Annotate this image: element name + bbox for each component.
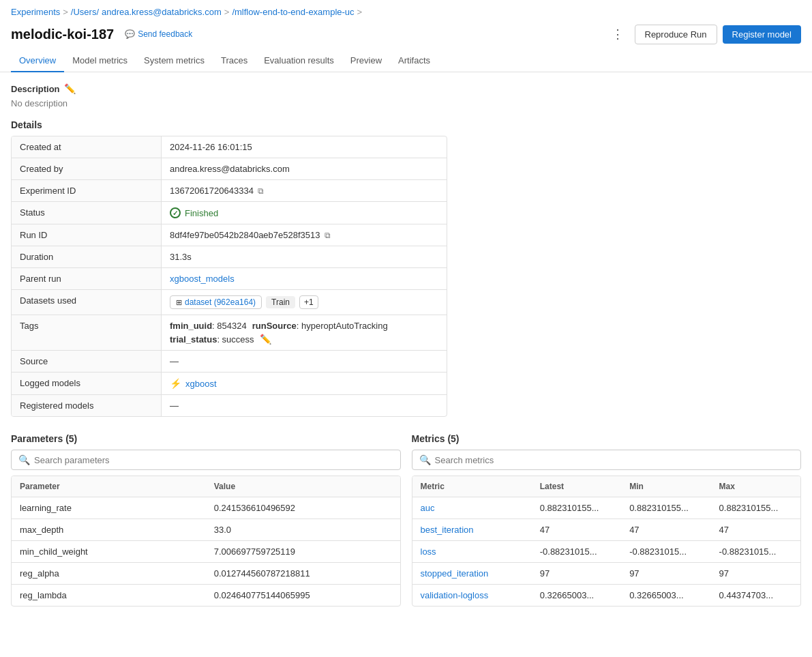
metric-latest-2: -0.88231015...	[532, 541, 621, 562]
metrics-section: Metrics (5) 🔍 Metric Latest Min Max auc …	[412, 433, 802, 607]
tab-traces[interactable]: Traces	[213, 50, 256, 72]
breadcrumb-users[interactable]: /Users/	[71, 7, 99, 17]
tabs-bar: Overview Model metrics System metrics Tr…	[0, 50, 812, 72]
metric-name-0[interactable]: auc	[412, 497, 532, 519]
table-row: auc 0.882310155... 0.882310155... 0.8823…	[412, 497, 801, 519]
metric-name-1[interactable]: best_iteration	[412, 519, 532, 540]
metric-max-1: 47	[711, 519, 800, 540]
tags-row-2: trial_status: success ✏️	[170, 334, 438, 345]
parameters-section: Parameters (5) 🔍 Parameter Value learnin…	[11, 433, 401, 607]
tag-run-source: runSource: hyperoptAutoTracking	[252, 321, 388, 331]
metrics-search-box[interactable]: 🔍	[412, 450, 802, 470]
details-val-status: ✓ Finished	[162, 202, 447, 224]
dataset-extra-badge[interactable]: +1	[299, 295, 318, 309]
tags-row-1: fmin_uuid: 854324 runSource: hyperoptAut…	[170, 321, 438, 331]
tab-evaluation-results[interactable]: Evaluation results	[256, 50, 342, 72]
details-key-tags: Tags	[12, 315, 162, 350]
more-options-button[interactable]: ⋮	[606, 24, 629, 44]
tags-container: fmin_uuid: 854324 runSource: hyperoptAut…	[170, 321, 438, 345]
tab-overview[interactable]: Overview	[11, 50, 64, 72]
logged-model-link[interactable]: ⚡ xgboost	[170, 378, 217, 389]
metric-name-4[interactable]: validation-logloss	[412, 585, 532, 606]
param-value-1: 33.0	[206, 519, 400, 540]
breadcrumb-user-path: andrea.kress@databricks.com	[102, 7, 222, 17]
parameters-table: Parameter Value learning_rate 0.24153661…	[11, 476, 401, 607]
copy-run-id-icon[interactable]: ⧉	[325, 231, 331, 240]
table-row: learning_rate 0.241536610496592	[12, 497, 400, 519]
details-key-experiment-id: Experiment ID	[12, 180, 162, 201]
breadcrumb-sep2: >	[224, 7, 230, 17]
parameters-title: Parameters (5)	[11, 433, 401, 444]
metric-max-3: 97	[711, 563, 800, 584]
metric-latest-3: 97	[532, 563, 621, 584]
param-value-4: 0.024640775144065995	[206, 585, 400, 606]
breadcrumb: Experiments > /Users/ andrea.kress@datab…	[0, 0, 812, 21]
table-row: best_iteration 47 47 47	[412, 519, 801, 541]
table-row: min_child_weight 7.006697759725119	[12, 541, 400, 563]
feedback-label: Send feedback	[138, 29, 192, 39]
metric-min-4: 0.32665003...	[621, 585, 710, 606]
dataset-db-icon: ⊞	[176, 298, 182, 307]
parent-run-link[interactable]: xgboost_models	[170, 274, 235, 284]
status-dot-icon: ✓	[170, 207, 181, 218]
reproduce-run-button[interactable]: Reproduce Run	[635, 25, 717, 44]
checkmark-icon: ✓	[172, 209, 178, 217]
page-title: melodic-koi-187	[11, 27, 114, 42]
metrics-col-min: Min	[621, 476, 710, 497]
metrics-search-input[interactable]	[435, 455, 794, 465]
breadcrumb-sep3: >	[357, 7, 363, 17]
details-row-logged-models: Logged models ⚡ xgboost	[12, 373, 447, 395]
metric-latest-4: 0.32665003...	[532, 585, 621, 606]
header-right: ⋮ Reproduce Run Register model	[606, 24, 802, 44]
status-label: Finished	[185, 208, 218, 218]
details-key-source: Source	[12, 351, 162, 372]
params-search-icon: 🔍	[18, 454, 30, 465]
details-row-duration: Duration 31.3s	[12, 246, 447, 268]
metric-min-3: 97	[621, 563, 710, 584]
metric-min-2: -0.88231015...	[621, 541, 710, 562]
metric-name-3[interactable]: stopped_iteration	[412, 563, 532, 584]
tab-artifacts[interactable]: Artifacts	[390, 50, 438, 72]
table-row: validation-logloss 0.32665003... 0.32665…	[412, 585, 801, 606]
details-row-experiment-id: Experiment ID 13672061720643334 ⧉	[12, 180, 447, 202]
breadcrumb-experiments[interactable]: Experiments	[11, 7, 60, 17]
tag-fmin-uuid: fmin_uuid: 854324	[170, 321, 247, 331]
tab-preview[interactable]: Preview	[342, 50, 390, 72]
details-val-source: —	[162, 351, 447, 372]
param-name-4: reg_lambda	[12, 585, 206, 606]
metrics-table: Metric Latest Min Max auc 0.882310155...…	[412, 476, 802, 607]
details-key-status: Status	[12, 202, 162, 224]
description-label: Description	[11, 84, 60, 94]
details-val-tags: fmin_uuid: 854324 runSource: hyperoptAut…	[162, 315, 447, 350]
register-model-button[interactable]: Register model	[723, 25, 801, 44]
parameters-search-input[interactable]	[34, 455, 393, 465]
parameters-search-box[interactable]: 🔍	[11, 450, 401, 470]
details-key-registered-models: Registered models	[12, 395, 162, 416]
details-row-run-id: Run ID 8df4fe97be0542b2840aeb7e528f3513 …	[12, 224, 447, 246]
params-col-parameter: Parameter	[12, 476, 206, 497]
description-value: No description	[11, 98, 801, 108]
tab-system-metrics[interactable]: System metrics	[136, 50, 213, 72]
tab-model-metrics[interactable]: Model metrics	[64, 50, 136, 72]
dataset-link[interactable]: dataset (962ea164)	[185, 297, 256, 307]
metric-name-2[interactable]: loss	[412, 541, 532, 562]
model-icon: ⚡	[170, 378, 181, 389]
copy-experiment-id-icon[interactable]: ⧉	[258, 186, 264, 196]
metric-min-0: 0.882310155...	[621, 497, 710, 519]
dataset-badge[interactable]: ⊞ dataset (962ea164)	[170, 295, 262, 309]
metrics-search-icon: 🔍	[419, 454, 431, 465]
details-row-status: Status ✓ Finished	[12, 202, 447, 224]
metric-latest-0: 0.882310155...	[532, 497, 621, 519]
page-header: melodic-koi-187 💬 Send feedback ⋮ Reprod…	[0, 21, 812, 50]
edit-tags-icon[interactable]: ✏️	[260, 334, 271, 345]
details-key-parent-run: Parent run	[12, 268, 162, 289]
edit-description-icon[interactable]: ✏️	[64, 83, 76, 94]
breadcrumb-run[interactable]: /mlflow-end-to-end-example-uc	[232, 7, 354, 17]
send-feedback-button[interactable]: 💬 Send feedback	[121, 28, 196, 40]
metric-latest-1: 47	[532, 519, 621, 540]
details-title: Details	[11, 119, 801, 130]
xgboost-link[interactable]: xgboost	[185, 379, 217, 389]
param-name-2: min_child_weight	[12, 541, 206, 562]
details-val-experiment-id: 13672061720643334 ⧉	[162, 180, 447, 201]
details-key-duration: Duration	[12, 246, 162, 267]
